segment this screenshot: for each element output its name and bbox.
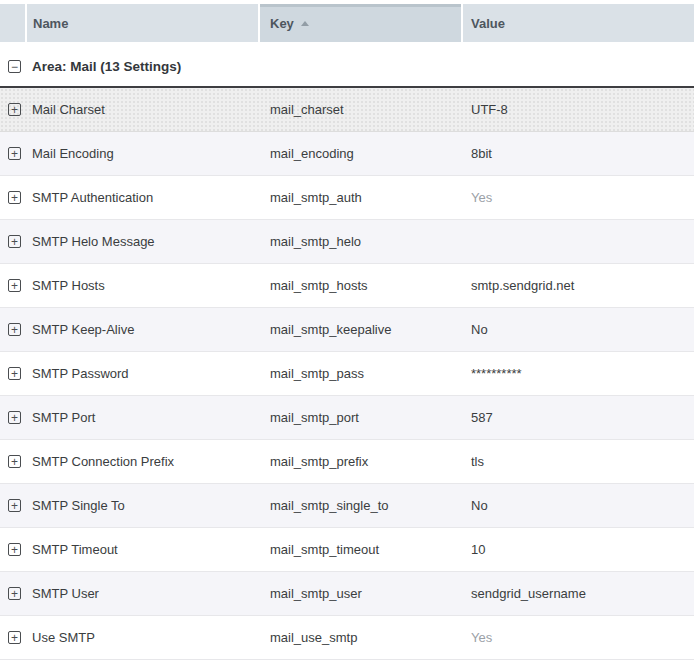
row-icon-cell: + bbox=[0, 631, 27, 644]
setting-key: mail_smtp_keepalive bbox=[260, 322, 463, 337]
column-header-value[interactable]: Value bbox=[463, 4, 694, 42]
setting-name: Mail Charset bbox=[27, 102, 260, 117]
setting-key: mail_encoding bbox=[260, 146, 463, 161]
table-row[interactable]: + SMTP Password mail_smtp_pass *********… bbox=[0, 352, 694, 396]
setting-value: 10 bbox=[463, 542, 694, 557]
expand-icon[interactable]: + bbox=[8, 455, 21, 468]
table-row[interactable]: + SMTP Connection Prefix mail_smtp_prefi… bbox=[0, 440, 694, 484]
table-row[interactable]: + Mail Encoding mail_encoding 8bit bbox=[0, 132, 694, 176]
setting-value: UTF-8 bbox=[463, 102, 694, 117]
setting-value: No bbox=[463, 322, 694, 337]
column-header-key-label: Key bbox=[270, 16, 294, 31]
setting-name: SMTP Authentication bbox=[27, 190, 260, 205]
setting-value: ********** bbox=[463, 366, 694, 381]
row-icon-cell: + bbox=[0, 235, 27, 248]
expand-icon[interactable]: + bbox=[8, 103, 21, 116]
setting-name: SMTP Timeout bbox=[27, 542, 260, 557]
setting-key: mail_smtp_port bbox=[260, 410, 463, 425]
table-row[interactable]: + SMTP User mail_smtp_user sendgrid_user… bbox=[0, 572, 694, 616]
row-icon-cell: + bbox=[0, 411, 27, 424]
settings-table: Name Key Value − Area: Mail (13 Settings… bbox=[0, 0, 694, 666]
setting-key: mail_smtp_pass bbox=[260, 366, 463, 381]
row-icon-cell: + bbox=[0, 323, 27, 336]
column-header-value-label: Value bbox=[471, 16, 505, 31]
setting-key: mail_smtp_single_to bbox=[260, 498, 463, 513]
expand-icon[interactable]: + bbox=[8, 323, 21, 336]
expand-icon[interactable]: + bbox=[8, 147, 21, 160]
expand-icon[interactable]: + bbox=[8, 587, 21, 600]
row-icon-cell: + bbox=[0, 455, 27, 468]
table-row[interactable]: + SMTP Keep-Alive mail_smtp_keepalive No bbox=[0, 308, 694, 352]
expand-icon[interactable]: + bbox=[8, 543, 21, 556]
setting-key: mail_charset bbox=[260, 102, 463, 117]
setting-name: SMTP Connection Prefix bbox=[27, 454, 260, 469]
setting-key: mail_smtp_hosts bbox=[260, 278, 463, 293]
header-spacer-cell bbox=[0, 4, 25, 42]
table-row[interactable]: + SMTP Single To mail_smtp_single_to No bbox=[0, 484, 694, 528]
row-icon-cell: + bbox=[0, 367, 27, 380]
expand-icon[interactable]: + bbox=[8, 631, 21, 644]
expand-icon[interactable]: + bbox=[8, 235, 21, 248]
setting-value: 8bit bbox=[463, 146, 694, 161]
column-header-name-label: Name bbox=[33, 16, 68, 31]
expand-icon[interactable]: + bbox=[8, 191, 21, 204]
expand-icon[interactable]: + bbox=[8, 279, 21, 292]
sort-ascending-icon bbox=[301, 21, 309, 26]
setting-value: Yes bbox=[463, 630, 694, 645]
table-header: Name Key Value bbox=[0, 4, 694, 42]
setting-key: mail_smtp_auth bbox=[260, 190, 463, 205]
setting-name: SMTP Keep-Alive bbox=[27, 322, 260, 337]
expand-icon[interactable]: + bbox=[8, 367, 21, 380]
setting-key: mail_smtp_user bbox=[260, 586, 463, 601]
setting-value: smtp.sendgrid.net bbox=[463, 278, 694, 293]
row-icon-cell: + bbox=[0, 191, 27, 204]
setting-value: No bbox=[463, 498, 694, 513]
setting-value: Yes bbox=[463, 190, 694, 205]
table-row[interactable]: + SMTP Authentication mail_smtp_auth Yes bbox=[0, 176, 694, 220]
group-header-label: Area: Mail (13 Settings) bbox=[32, 59, 181, 74]
column-header-key[interactable]: Key bbox=[260, 4, 461, 42]
setting-name: SMTP Helo Message bbox=[27, 234, 260, 249]
setting-name: SMTP Password bbox=[27, 366, 260, 381]
setting-name: SMTP Hosts bbox=[27, 278, 260, 293]
expand-icon[interactable]: + bbox=[8, 499, 21, 512]
setting-key: mail_smtp_helo bbox=[260, 234, 463, 249]
row-icon-cell: + bbox=[0, 279, 27, 292]
setting-key: mail_smtp_timeout bbox=[260, 542, 463, 557]
expand-icon[interactable]: + bbox=[8, 411, 21, 424]
table-row[interactable]: + SMTP Port mail_smtp_port 587 bbox=[0, 396, 694, 440]
setting-value: tls bbox=[463, 454, 694, 469]
table-row[interactable]: + Mail Charset mail_charset UTF-8 bbox=[0, 88, 694, 132]
setting-name: Use SMTP bbox=[27, 630, 260, 645]
column-header-name[interactable]: Name bbox=[27, 4, 258, 42]
row-icon-cell: + bbox=[0, 499, 27, 512]
row-icon-cell: + bbox=[0, 103, 27, 116]
collapse-icon[interactable]: − bbox=[8, 60, 21, 73]
row-icon-cell: + bbox=[0, 147, 27, 160]
setting-name: Mail Encoding bbox=[27, 146, 260, 161]
setting-name: SMTP Single To bbox=[27, 498, 260, 513]
setting-name: SMTP User bbox=[27, 586, 260, 601]
table-row[interactable]: + SMTP Timeout mail_smtp_timeout 10 bbox=[0, 528, 694, 572]
setting-name: SMTP Port bbox=[27, 410, 260, 425]
row-icon-cell: + bbox=[0, 543, 27, 556]
table-row[interactable]: + SMTP Helo Message mail_smtp_helo bbox=[0, 220, 694, 264]
setting-key: mail_smtp_prefix bbox=[260, 454, 463, 469]
row-icon-cell: + bbox=[0, 587, 27, 600]
setting-key: mail_use_smtp bbox=[260, 630, 463, 645]
table-body: + Mail Charset mail_charset UTF-8 + Mail… bbox=[0, 88, 694, 660]
table-row[interactable]: + Use SMTP mail_use_smtp Yes bbox=[0, 616, 694, 660]
table-row[interactable]: + SMTP Hosts mail_smtp_hosts smtp.sendgr… bbox=[0, 264, 694, 308]
setting-value: 587 bbox=[463, 410, 694, 425]
setting-value: sendgrid_username bbox=[463, 586, 694, 601]
group-header-row[interactable]: − Area: Mail (13 Settings) bbox=[0, 46, 694, 88]
